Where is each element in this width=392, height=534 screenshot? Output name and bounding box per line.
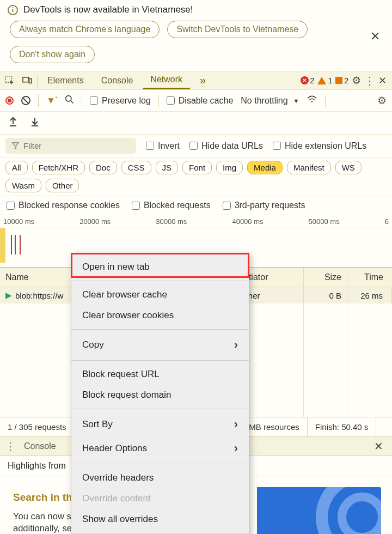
filter-chip-font[interactable]: Font bbox=[182, 161, 212, 174]
tabs-more-icon[interactable]: » bbox=[192, 71, 213, 89]
drawer-close-icon[interactable]: ✕ bbox=[374, 440, 383, 453]
filter-toggle-icon[interactable]: ▼• bbox=[46, 95, 57, 106]
errors-badge[interactable]: ✕2 bbox=[301, 76, 315, 85]
ctx-clear-browser-cookies[interactable]: Clear browser cookies bbox=[71, 305, 249, 326]
extra-filters-row: Blocked response cookies Blocked request… bbox=[0, 196, 392, 215]
filter-chip-ws[interactable]: WS bbox=[335, 161, 362, 174]
network-toolbar: ▼• Preserve log Disable cache No throttl… bbox=[0, 90, 392, 112]
filter-chip-fetchxhr[interactable]: Fetch/XHR bbox=[32, 161, 85, 174]
svg-rect-1 bbox=[23, 77, 29, 82]
clear-button[interactable] bbox=[21, 96, 30, 105]
svg-rect-2 bbox=[29, 78, 32, 83]
filter-chip-doc[interactable]: Doc bbox=[89, 161, 117, 174]
record-button[interactable] bbox=[5, 96, 14, 105]
match-language-button[interactable]: Always match Chrome's language bbox=[10, 21, 160, 38]
col-time[interactable]: Time bbox=[347, 268, 392, 287]
throttling-select[interactable]: No throttling▼ bbox=[241, 96, 299, 106]
drawer-tab-console[interactable]: Console bbox=[24, 441, 56, 451]
kebab-icon[interactable]: ⋮ bbox=[364, 74, 375, 87]
download-har-icon[interactable] bbox=[30, 117, 39, 129]
hide-extension-urls-checkbox[interactable]: Hide extension URLs bbox=[273, 141, 366, 151]
ctx-copy[interactable]: Copy› bbox=[71, 333, 249, 357]
infobar-message: DevTools is now available in Vietnamese! bbox=[23, 4, 193, 15]
hide-data-urls-checkbox[interactable]: Hide data URLs bbox=[189, 141, 263, 151]
network-conditions-icon[interactable] bbox=[307, 95, 317, 106]
infobar-close-icon[interactable]: ✕ bbox=[370, 29, 380, 44]
status-requests: 1 / 305 requests bbox=[0, 417, 75, 436]
devtools-tabstrip: Elements Console Network » ✕2 1 2 ⚙ ⋮ ✕ bbox=[0, 71, 392, 90]
ctx-sort-by[interactable]: Sort By› bbox=[71, 412, 249, 436]
tab-elements[interactable]: Elements bbox=[40, 71, 91, 89]
third-party-checkbox[interactable]: 3rd-party requests bbox=[223, 201, 305, 210]
col-size[interactable]: Size bbox=[304, 268, 347, 287]
ctx-header-options[interactable]: Header Options› bbox=[71, 436, 249, 460]
tab-console[interactable]: Console bbox=[94, 71, 141, 89]
status-finish: Finish: 50.40 s bbox=[308, 417, 377, 436]
network-settings-icon[interactable]: ⚙ bbox=[377, 94, 387, 107]
settings-gear-icon[interactable]: ⚙ bbox=[352, 74, 361, 87]
preserve-log-checkbox[interactable]: Preserve log bbox=[90, 96, 151, 106]
svg-line-4 bbox=[71, 101, 73, 103]
filter-chip-manifest[interactable]: Manifest bbox=[287, 161, 331, 174]
filter-row: Filter Invert Hide data URLs Hide extens… bbox=[0, 135, 392, 157]
filter-chip-all[interactable]: All bbox=[5, 161, 28, 174]
context-menu: Open in new tabClear browser cacheClear … bbox=[71, 253, 249, 534]
issues-badge[interactable]: 2 bbox=[335, 76, 348, 85]
filter-chip-img[interactable]: Img bbox=[216, 161, 243, 174]
invert-checkbox[interactable]: Invert bbox=[146, 141, 180, 151]
ctx-override-content: Override content bbox=[71, 488, 249, 509]
language-infobar: i DevTools is now available in Vietnames… bbox=[0, 0, 392, 71]
filter-chip-wasm[interactable]: Wasm bbox=[5, 179, 41, 192]
filter-chip-css[interactable]: CSS bbox=[121, 161, 151, 174]
blocked-requests-checkbox[interactable]: Blocked requests bbox=[132, 201, 211, 210]
upload-har-icon[interactable] bbox=[9, 117, 17, 129]
disable-cache-checkbox[interactable]: Disable cache bbox=[167, 96, 234, 106]
filter-chip-js[interactable]: JS bbox=[156, 161, 179, 174]
blocked-response-cookies-checkbox[interactable]: Blocked response cookies bbox=[7, 201, 120, 210]
inspect-icon[interactable] bbox=[2, 76, 17, 86]
ctx-clear-browser-cache[interactable]: Clear browser cache bbox=[71, 284, 249, 305]
filter-chip-other[interactable]: Other bbox=[46, 179, 79, 192]
ctx-open-in-new-tab[interactable]: Open in new tab bbox=[71, 257, 249, 277]
filter-chip-media[interactable]: Media bbox=[247, 161, 283, 174]
separator bbox=[37, 75, 38, 87]
tab-network[interactable]: Network bbox=[143, 71, 190, 89]
media-icon: ▶ bbox=[5, 290, 12, 300]
type-filter-chips: AllFetch/XHRDocCSSJSFontImgMediaManifest… bbox=[0, 157, 392, 196]
ctx-block-request-url[interactable]: Block request URL bbox=[71, 364, 249, 385]
info-icon: i bbox=[8, 5, 18, 15]
svg-point-3 bbox=[66, 95, 71, 101]
switch-language-button[interactable]: Switch DevTools to Vietnamese bbox=[167, 21, 308, 38]
drawer-kebab-icon[interactable]: ⋮ bbox=[5, 440, 15, 452]
ctx-block-request-domain[interactable]: Block request domain bbox=[71, 385, 249, 405]
device-icon[interactable] bbox=[20, 76, 35, 85]
warnings-badge[interactable]: 1 bbox=[317, 76, 332, 85]
import-export-bar bbox=[0, 112, 392, 135]
dont-show-button[interactable]: Don't show again bbox=[10, 46, 95, 63]
filter-input[interactable]: Filter bbox=[5, 138, 136, 154]
video-thumbnail[interactable]: n bbox=[257, 487, 381, 534]
search-icon[interactable] bbox=[65, 95, 74, 107]
ctx-show-all-overrides[interactable]: Show all overrides bbox=[71, 509, 249, 530]
close-devtools-icon[interactable]: ✕ bbox=[378, 75, 387, 87]
ctx-override-headers[interactable]: Override headers bbox=[71, 468, 249, 488]
svg-point-5 bbox=[311, 101, 313, 102]
